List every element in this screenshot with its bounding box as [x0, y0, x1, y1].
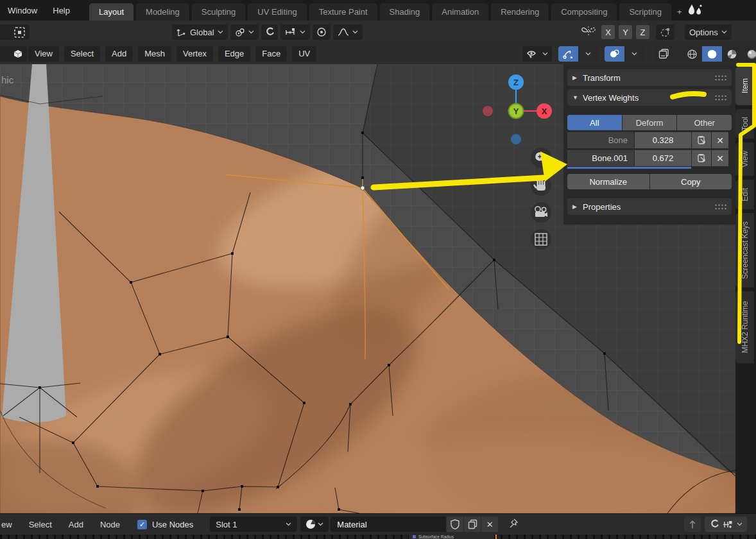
slot-value: Slot 1: [216, 520, 237, 529]
tool-select-box-icon[interactable]: [0, 24, 30, 40]
tab-edit[interactable]: Edit: [735, 180, 754, 209]
gizmos-toggle[interactable]: [558, 46, 578, 62]
menu-view-clipped[interactable]: ew: [1, 520, 12, 529]
snap-target-dropdown[interactable]: [280, 24, 310, 40]
workspace-tab-texture-paint[interactable]: Texture Paint: [309, 3, 377, 21]
fake-user-shield-icon[interactable]: [447, 517, 463, 532]
tab-mhx2-runtime[interactable]: MHX2 Runtime: [735, 291, 754, 363]
properties-panel-header[interactable]: ▶ Properties: [567, 198, 732, 215]
workspace-tab-compositing[interactable]: Compositing: [551, 3, 617, 21]
pin-icon[interactable]: [508, 518, 519, 531]
menu-view[interactable]: View: [28, 46, 59, 62]
mirror-x-toggle[interactable]: X: [601, 25, 615, 39]
menu-node[interactable]: Node: [100, 520, 120, 529]
material-sphere-icon: [305, 519, 316, 529]
use-nodes-checkbox[interactable]: ✓: [137, 520, 147, 529]
tab-item[interactable]: Item: [735, 67, 754, 105]
workspace-tab-sculpting[interactable]: Sculpting: [192, 3, 245, 21]
delete-weight-button[interactable]: ✕: [712, 150, 728, 166]
material-browse-dropdown[interactable]: [300, 517, 329, 532]
panel-drag-handle[interactable]: [714, 74, 726, 81]
zoom-button[interactable]: [531, 148, 551, 168]
bone-001-name-button[interactable]: Bone.001: [567, 150, 634, 166]
grid-view-button[interactable]: [531, 229, 551, 250]
menu-select[interactable]: Select: [64, 46, 100, 62]
axis-neg-z-handle: [511, 134, 521, 144]
copy-weight-icon[interactable]: [692, 150, 711, 166]
menu-window[interactable]: Window: [0, 1, 45, 21]
gizmos-dropdown[interactable]: [578, 46, 598, 62]
xray-toggle[interactable]: [653, 46, 673, 62]
tab-view[interactable]: View: [735, 142, 754, 176]
workspace-tab-rendering[interactable]: Rendering: [491, 3, 549, 21]
workspace-tab-layout[interactable]: Layout: [89, 3, 133, 21]
bone-001-weight-field[interactable]: 0.672: [635, 150, 691, 166]
shading-material-button[interactable]: [722, 46, 742, 62]
bone-weight-field[interactable]: 0.328: [635, 132, 691, 148]
shading-solid-button[interactable]: [702, 46, 722, 62]
parent-node-tree-icon[interactable]: [684, 517, 701, 532]
menu-add[interactable]: Add: [69, 520, 83, 529]
copy-weight-icon[interactable]: [692, 132, 711, 148]
vertex-weights-group: All Deform Other Bone 0.328 ✕ Bone.001 0…: [567, 115, 732, 189]
edit-mode-icon[interactable]: [0, 46, 27, 62]
selected-vertex[interactable]: [361, 186, 365, 190]
shading-rendered-button[interactable]: [742, 46, 756, 62]
workspace-tab-shading[interactable]: Shading: [380, 3, 430, 21]
material-slot-dropdown[interactable]: Slot 1: [210, 517, 297, 532]
scene-icon: [687, 3, 703, 19]
menu-edge[interactable]: Edge: [218, 46, 250, 62]
workspace-tab-uv-editing[interactable]: UV Editing: [248, 3, 306, 21]
new-material-copy-icon[interactable]: [464, 517, 481, 532]
weight-tab-deform[interactable]: Deform: [623, 115, 677, 130]
menu-add[interactable]: Add: [105, 46, 133, 62]
panel-drag-handle[interactable]: [714, 203, 726, 210]
add-workspace-button[interactable]: +: [674, 3, 685, 21]
transform-panel-label: Transform: [583, 73, 621, 83]
menu-select[interactable]: Select: [29, 520, 52, 529]
vertex-weights-panel-header[interactable]: ▼ Vertex Weights: [567, 89, 732, 106]
svg-text:Z: Z: [513, 78, 519, 87]
copy-button[interactable]: Copy: [650, 174, 732, 189]
workspace-tab-animation[interactable]: Animation: [432, 3, 488, 21]
unlink-material-button[interactable]: ✕: [481, 517, 498, 532]
visibility-dropdown[interactable]: [522, 46, 552, 62]
pan-hand-button[interactable]: [531, 175, 551, 196]
material-name-field[interactable]: Material: [331, 517, 446, 532]
mirror-icon[interactable]: [581, 25, 596, 40]
camera-view-button[interactable]: [531, 202, 551, 223]
menu-uv[interactable]: UV: [292, 46, 316, 62]
node-socket-row[interactable]: Subsurface Radius: [409, 535, 494, 539]
proportional-editing-toggle[interactable]: [313, 24, 331, 40]
menu-mesh[interactable]: Mesh: [138, 46, 171, 62]
panel-drag-handle[interactable]: [714, 94, 726, 101]
mirror-z-toggle[interactable]: Z: [636, 25, 649, 39]
pivot-point-dropdown[interactable]: [230, 24, 259, 40]
weight-tab-other[interactable]: Other: [677, 115, 732, 130]
tab-tool[interactable]: Tool: [735, 109, 754, 139]
transform-orientation-dropdown[interactable]: Global: [172, 24, 228, 40]
normalize-button[interactable]: Normalize: [567, 174, 649, 189]
svg-text:X: X: [542, 107, 547, 116]
proportional-falloff-dropdown[interactable]: [333, 24, 363, 40]
workspace-tab-modeling[interactable]: Modeling: [136, 3, 189, 21]
overlays-dropdown[interactable]: [624, 46, 644, 62]
node-snapping-group[interactable]: [705, 517, 747, 532]
menu-help[interactable]: Help: [45, 1, 78, 21]
snap-magnet-toggle[interactable]: [261, 24, 278, 40]
weight-tab-all[interactable]: All: [567, 115, 622, 130]
snap-projection-toggle[interactable]: [656, 24, 674, 40]
tab-screencast-keys[interactable]: Screencast Keys: [735, 213, 754, 287]
overlays-toggle[interactable]: [605, 46, 624, 62]
delete-weight-button[interactable]: ✕: [712, 132, 728, 148]
shading-wireframe-button[interactable]: [682, 46, 702, 62]
bone-name-button[interactable]: Bone: [567, 132, 634, 148]
transform-panel-header[interactable]: ▶ Transform: [567, 69, 732, 86]
shader-editor-strip: Subsurface Radius: [0, 535, 756, 539]
mirror-y-toggle[interactable]: Y: [619, 25, 632, 39]
socket-dot: [413, 535, 416, 538]
menu-vertex[interactable]: Vertex: [176, 46, 213, 62]
options-dropdown[interactable]: Options: [685, 24, 732, 40]
menu-face[interactable]: Face: [255, 46, 287, 62]
workspace-tab-scripting[interactable]: Scripting: [619, 3, 671, 21]
